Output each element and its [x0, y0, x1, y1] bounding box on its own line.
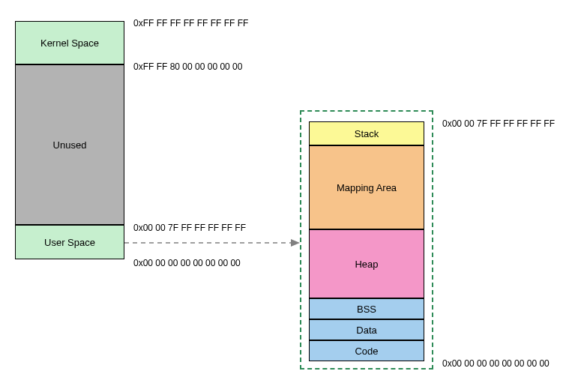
unused-label: Unused [53, 139, 87, 151]
bss-region: BSS [309, 298, 424, 319]
code-region: Code [309, 340, 424, 361]
heap-region: Heap [309, 229, 424, 298]
kernel-space-label: Kernel Space [40, 37, 99, 49]
stack-label: Stack [355, 128, 379, 139]
user-space-label: User Space [44, 237, 95, 248]
addr-right-bottom: 0x00 00 00 00 00 00 00 00 [442, 358, 550, 369]
addr-left-kernel-low: 0xFF FF 80 00 00 00 00 00 [133, 61, 242, 72]
expand-arrow-icon [124, 237, 301, 249]
mapping-area-label: Mapping Area [337, 182, 397, 193]
kernel-space-region: Kernel Space [15, 21, 124, 64]
addr-left-top: 0xFF FF FF FF FF FF FF FF [133, 18, 248, 28]
addr-left-user-high: 0x00 00 7F FF FF FF FF FF [133, 223, 246, 233]
user-space-region: User Space [15, 225, 124, 259]
addr-left-bottom: 0x00 00 00 00 00 00 00 00 [133, 258, 241, 268]
code-label: Code [355, 346, 378, 357]
data-region: Data [309, 319, 424, 340]
data-label: Data [356, 325, 376, 336]
unused-region: Unused [15, 64, 124, 225]
addr-right-top: 0x00 00 7F FF FF FF FF FF [442, 118, 555, 129]
mapping-area-region: Mapping Area [309, 145, 424, 229]
bss-label: BSS [357, 304, 376, 315]
svg-marker-1 [291, 239, 300, 247]
stack-region: Stack [309, 121, 424, 145]
heap-label: Heap [355, 259, 378, 270]
